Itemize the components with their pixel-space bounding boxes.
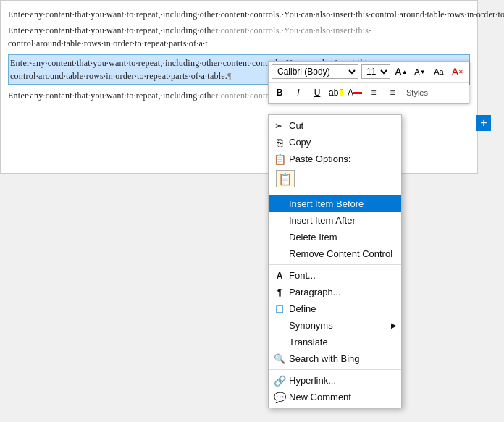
font-name-select[interactable]: Calibri (Body) (272, 64, 358, 79)
menu-label-insert-after: Insert Item After (289, 215, 356, 226)
menu-item-paragraph[interactable]: ¶ Paragraph... (269, 284, 401, 300)
menu-item-remove-control[interactable]: Remove Content Control (269, 245, 401, 262)
toolbar-row2: B I U ab A ≡ ≡ Styles (269, 83, 469, 103)
menu-sep-before-insert (269, 193, 401, 193)
menu-item-insert-before[interactable]: Insert Item Before (269, 195, 401, 212)
highlight-button[interactable]: ab (328, 85, 344, 101)
menu-label-translate: Translate (289, 337, 328, 347)
toolbar-popup: Calibri (Body) 11 A▲ A▼ Aa A✕ B I U ab A… (268, 61, 469, 104)
doc-text-4: Enter·any·content·that·you·want·to·repea… (8, 90, 211, 101)
delete-item-icon (273, 231, 286, 244)
bullets-button[interactable]: ≡ (366, 85, 382, 101)
insert-before-icon (273, 198, 286, 211)
paste-icons-row: 📋 (269, 167, 401, 190)
synonyms-icon (273, 319, 286, 332)
styles-label: Styles (403, 88, 428, 97)
font-size-select[interactable]: 11 (361, 64, 390, 79)
menu-item-search-bing[interactable]: 🔍 Search with Bing (269, 350, 401, 367)
menu-label-hyperlink: Hyperlink... (289, 375, 336, 386)
insert-after-icon (273, 214, 286, 227)
menu-label-font: Font... (289, 270, 316, 281)
bold-button[interactable]: B (272, 85, 287, 101)
paste-icon: 📋 (273, 153, 286, 166)
doc-text-3b: control·around·table·rows·in·order·to·re… (10, 71, 232, 81)
synonyms-arrow: ▶ (391, 321, 397, 329)
menu-item-translate[interactable]: Translate (269, 334, 401, 350)
remove-control-icon (273, 248, 286, 261)
shrink-font-button[interactable]: A▼ (412, 64, 428, 80)
doc-block-1: Enter·any·content·that·you·want·to·repea… (8, 8, 470, 21)
doc-text-2b: er·content·controls.·You·can·also·insert… (211, 25, 372, 35)
menu-label-paragraph: Paragraph... (289, 287, 341, 297)
context-menu: ✂ Cut ⎘ Copy 📋 Paste Options: 📋 Insert I… (268, 114, 402, 408)
add-button[interactable]: + (476, 115, 491, 131)
underline-button[interactable]: U (309, 85, 325, 101)
menu-item-delete-item[interactable]: Delete Item (269, 229, 401, 245)
menu-item-copy[interactable]: ⎘ Copy (269, 134, 401, 151)
menu-item-hyperlink[interactable]: 🔗 Hyperlink... (269, 372, 401, 389)
menu-label-search-bing: Search with Bing (289, 353, 360, 364)
menu-label-copy: Copy (289, 137, 311, 148)
para-mark-3 (227, 71, 232, 81)
doc-text-1: Enter·any·content·that·you·want·to·repea… (8, 9, 504, 20)
doc-text-2: Enter·any·content·that·you·want·to·repea… (8, 25, 211, 35)
paragraph-icon: ¶ (273, 286, 286, 299)
copy-icon: ⎘ (273, 136, 286, 149)
font-icon: A (273, 269, 286, 282)
italic-button[interactable]: I (290, 85, 306, 101)
menu-item-paste-options[interactable]: 📋 Paste Options: (269, 151, 401, 167)
change-case-button[interactable]: Aa (431, 64, 447, 80)
menu-label-synonyms: Synonyms (289, 320, 333, 331)
menu-label-insert-before: Insert Item Before (289, 198, 364, 209)
menu-label-cut: Cut (289, 120, 303, 131)
menu-item-font[interactable]: A Font... (269, 267, 401, 284)
menu-item-insert-after[interactable]: Insert Item After (269, 212, 401, 229)
menu-label-new-comment: New Comment (289, 392, 351, 402)
menu-sep-1 (269, 264, 401, 265)
define-icon: □ (273, 303, 286, 316)
menu-label-delete-item: Delete Item (289, 232, 337, 242)
paste-clipboard-icon: 📋 (278, 172, 293, 186)
clear-formatting-button[interactable]: A✕ (450, 64, 466, 80)
menu-label-define: Define (289, 303, 316, 314)
toolbar-row1: Calibri (Body) 11 A▲ A▼ Aa A✕ (269, 62, 469, 83)
menu-item-new-comment[interactable]: 💬 New Comment (269, 389, 401, 405)
menu-sep-2 (269, 369, 401, 370)
translate-icon (273, 336, 286, 349)
grow-font-button[interactable]: A▲ (393, 64, 409, 80)
hyperlink-icon: 🔗 (273, 374, 286, 387)
doc-block-2: Enter·any·content·that·you·want·to·repea… (8, 24, 470, 50)
doc-text-2c: control·around·table·rows·in·order·to·re… (8, 38, 208, 48)
paste-icon-box-1[interactable]: 📋 (276, 170, 295, 187)
font-color-bar (353, 92, 362, 94)
highlight-swatch (340, 89, 343, 96)
cut-icon: ✂ (273, 119, 286, 132)
font-color-button[interactable]: A (347, 85, 363, 101)
menu-item-cut[interactable]: ✂ Cut (269, 117, 401, 134)
menu-label-paste: Paste Options: (289, 153, 350, 164)
menu-item-synonyms[interactable]: Synonyms ▶ (269, 317, 401, 334)
search-bing-icon: 🔍 (273, 353, 286, 366)
menu-item-define[interactable]: □ Define (269, 300, 401, 317)
new-comment-icon: 💬 (273, 391, 286, 404)
numbering-button[interactable]: ≡ (385, 85, 400, 101)
menu-label-remove-control: Remove Content Control (289, 248, 392, 259)
